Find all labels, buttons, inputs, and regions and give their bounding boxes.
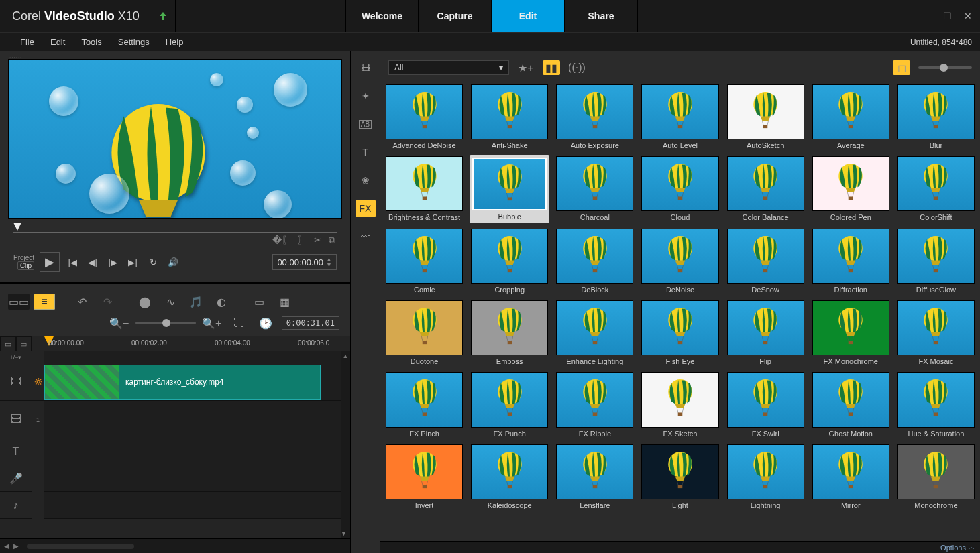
fx-item[interactable]: FX Mosaic [896,299,976,367]
menu-edit[interactable]: Edit [42,34,73,50]
mark-out-icon[interactable]: 〗 [298,235,307,247]
split-clip-icon[interactable]: ✂ [314,235,322,247]
fx-item[interactable]: Kaleidoscope [470,443,549,511]
volume-button[interactable]: 🔊 [166,255,180,269]
filter-category-icon[interactable]: FX [356,200,376,217]
fx-item[interactable]: Emboss [470,299,549,367]
go-end-button[interactable]: ▶| [125,255,140,269]
motion-tracking-button[interactable]: ◐ [211,294,232,310]
fx-item[interactable]: Ghost Motion [811,371,891,438]
zoom-out-button[interactable]: 🔍− [109,315,130,331]
next-frame-button[interactable]: |▶ [105,255,120,269]
fx-item[interactable]: FX Ripple [555,371,635,438]
video-track-lane[interactable]: картинг-близко_сбоку.mp4 [44,363,350,401]
minimize-button[interactable]: — [922,11,931,21]
timeline-clip[interactable]: картинг-близко_сбоку.mp4 [44,365,321,400]
fx-item[interactable]: AutoSketch [726,83,806,151]
preview-viewport[interactable] [8,59,342,219]
fx-item[interactable]: Invert [384,443,464,511]
fx-item[interactable]: Light [640,443,720,511]
overlay-track-icon[interactable]: 🎞 [0,401,32,438]
scrub-head-icon[interactable] [13,223,21,231]
undo-button[interactable]: ↶ [71,294,93,310]
audio-mixer-button[interactable]: ∿ [160,294,181,310]
fx-item[interactable]: Auto Level [640,83,720,151]
fx-item[interactable]: FX Swirl [726,371,806,438]
fx-item[interactable]: Lensflare [555,443,635,511]
auto-music-button[interactable]: 🎵 [185,294,207,310]
fx-item[interactable]: Mirror [811,443,891,511]
thumbnail-size-slider[interactable] [918,66,972,69]
fx-item[interactable]: Blur [896,83,976,151]
gallery-filter-dropdown[interactable]: All▾ [388,60,509,75]
timecode-display[interactable]: 00:00:00.00 ▲▼ [272,254,337,270]
fx-item[interactable]: Average [811,83,891,151]
prev-frame-button[interactable]: ◀| [85,255,100,269]
mode-tab-capture[interactable]: Capture [419,0,492,32]
fx-item[interactable]: Bubble [470,155,549,223]
fx-item[interactable]: FX Punch [470,371,549,438]
playback-mode-label[interactable]: Project Clip [13,254,34,270]
record-button[interactable]: ⬤ [134,294,156,310]
fx-item[interactable]: Anti-Shake [470,83,549,151]
overlay-track-lane[interactable] [44,401,350,438]
fx-item[interactable]: Enhance Lighting [555,299,635,367]
fx-item[interactable]: Cloud [640,155,720,223]
play-button[interactable]: ▶ [40,252,60,272]
fx-item[interactable]: Duotone [384,299,464,367]
maximize-button[interactable]: ☐ [943,11,952,21]
fx-item[interactable]: Lightning [726,443,806,511]
fx-item[interactable]: DeBlock [555,227,635,295]
fx-item[interactable]: Flip [726,299,806,367]
voice-track-lane[interactable] [44,465,350,492]
fx-item[interactable]: FX Sketch [640,371,720,438]
timeline-view-button[interactable]: ≡ [34,294,55,310]
fx-item[interactable]: DeNoise [640,227,720,295]
show-audio-filter-icon[interactable]: ((·)) [568,60,586,75]
zoom-slider[interactable] [135,322,196,324]
instant-project-icon[interactable]: ✦ [356,87,376,105]
mode-tab-edit[interactable]: Edit [492,0,565,32]
options-panel-toggle[interactable]: Options︿ [380,541,980,553]
mode-tab-welcome[interactable]: Welcome [345,0,419,32]
media-category-icon[interactable]: 🎞 [356,59,376,76]
multi-view-button[interactable]: ▦ [274,294,295,310]
menu-settings[interactable]: Settings [110,34,158,50]
fx-item[interactable]: Comic [384,227,464,295]
add-track-button[interactable]: +/−▾ [0,351,32,363]
path-category-icon[interactable]: 〰 [356,228,376,245]
close-button[interactable]: ✕ [964,11,972,21]
music-track-icon[interactable]: ♪ [0,492,32,519]
fx-item[interactable]: FX Pinch [384,371,464,438]
fx-item[interactable]: Color Balance [726,155,806,223]
scrub-bar[interactable] [13,223,337,232]
fx-item[interactable]: Charcoal [555,155,635,223]
timeline-hscrollbar[interactable] [27,544,134,549]
graphic-category-icon[interactable]: ❀ [356,172,376,189]
fit-project-button[interactable]: ⛶ [228,315,250,331]
favorite-add-icon[interactable]: ★+ [517,60,535,75]
voice-track-icon[interactable]: 🎤 [0,465,32,492]
timeline-vscrollbar[interactable]: ▲▼ [341,351,350,538]
title-track-icon[interactable]: T [0,438,32,465]
thumbnail-view-icon[interactable]: ◻ [893,60,910,75]
fx-item[interactable]: Colored Pen [811,155,891,223]
fx-item[interactable]: Auto Exposure [555,83,635,151]
fullscreen-preview-icon[interactable]: ⧉ [329,235,335,247]
storyboard-view-button[interactable]: ▭▭ [8,294,30,310]
repeat-button[interactable]: ↻ [146,255,160,269]
fx-item[interactable]: Hue & Saturation [896,371,976,438]
fx-item[interactable]: DiffuseGlow [896,227,976,295]
title-category-icon[interactable]: T [356,143,376,161]
track-toggle-a[interactable]: ▭ [0,336,16,351]
timecode-spinner-icon[interactable]: ▲▼ [326,257,332,267]
scroll-left-button[interactable]: ◀ [4,542,9,550]
menu-help[interactable]: Help [158,34,192,50]
fx-item[interactable]: Fish Eye [640,299,720,367]
timeline-ruler[interactable]: 00:00:00.00 00:00:02.00 00:00:04.00 00:0… [44,336,350,351]
fx-item[interactable]: Advanced DeNoise [384,83,464,151]
fx-item[interactable]: Cropping [470,227,549,295]
fx-item[interactable]: DeSnow [726,227,806,295]
track-lock-video[interactable]: 🔆 [32,363,44,401]
redo-button[interactable]: ↷ [97,294,118,310]
